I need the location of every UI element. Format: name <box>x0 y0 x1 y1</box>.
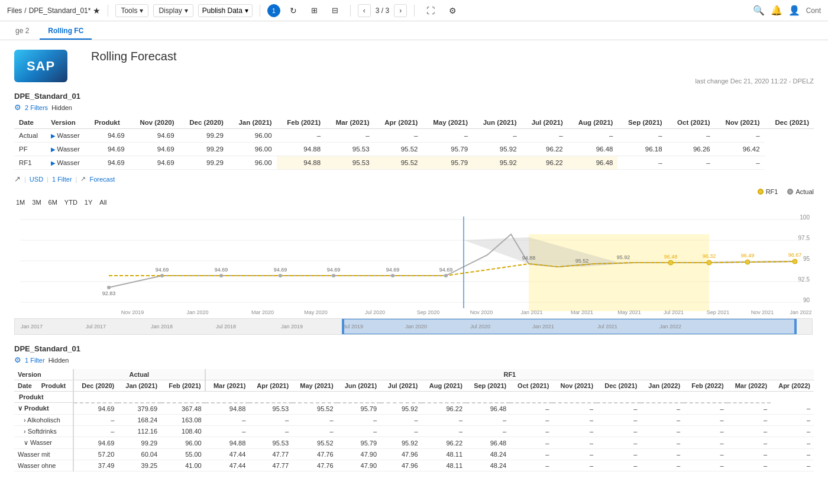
col-produkt: Produkt <box>89 117 129 129</box>
cell2-jul2021-4: 47.96 <box>380 449 421 460</box>
cell-jun2021-0: – <box>422 129 473 143</box>
col2-actual-header: Actual <box>73 369 205 380</box>
time-1m[interactable]: 1M <box>14 198 27 207</box>
cell-dec2020-1: 94.69 <box>130 143 179 156</box>
cell2-mar2022-3: – <box>727 437 771 449</box>
cell-oct2021-0: – <box>617 129 667 143</box>
footer-sep1: | <box>24 176 26 183</box>
cell-nov2020-2: 94.69 <box>89 156 129 170</box>
mini-label-jan21: Jan 2021 <box>532 324 554 329</box>
table-row: ∨ Wasser 94.6999.2996.0094.8895.5395.529… <box>14 437 814 449</box>
cell-mar2021-1: 94.88 <box>277 143 326 156</box>
tab-page2[interactable]: ge 2 <box>7 23 37 40</box>
cell2-apr2021-3: 95.53 <box>249 437 292 449</box>
col2-jan2022: Jan (2022) <box>641 380 684 392</box>
cell2-dec2021-0: – <box>597 403 641 415</box>
time-ytd[interactable]: YTD <box>63 198 79 207</box>
col-aug2021: Aug (2021) <box>568 117 618 129</box>
section2-filters-link[interactable]: 1 Filter <box>25 357 45 364</box>
cell2-sep2021-2: – <box>466 426 510 437</box>
cell-apr2021-1: 95.53 <box>325 143 374 156</box>
section1-footer: ↗ | USD | 1 Filter | ↗ Forecast <box>14 175 814 183</box>
col-nov2020: Nov (2020) <box>130 117 179 129</box>
cell2-aug2021-3: 96.22 <box>422 437 467 449</box>
col2-dec2020: Dec (2020) <box>73 380 118 392</box>
cell2-jan2021-2: 112.16 <box>118 426 161 437</box>
cell2-feb2022-0: – <box>684 403 727 415</box>
cell-may2021-2: 95.52 <box>374 156 423 170</box>
time-6m[interactable]: 6M <box>47 198 59 207</box>
mini-label-jan17: Jan 2017 <box>21 324 43 329</box>
breadcrumb-files[interactable]: Files <box>7 7 22 15</box>
user-icon[interactable]: 👤 <box>788 5 800 16</box>
toolbar-action1[interactable]: ⊞ <box>306 4 322 17</box>
search-icon[interactable]: 🔍 <box>753 5 765 16</box>
cell2-jan2022-0: – <box>641 403 684 415</box>
tools-button[interactable]: Tools ▾ <box>115 4 148 17</box>
svg-text:96.67: 96.67 <box>788 252 802 258</box>
bell-icon[interactable]: 🔔 <box>771 5 782 16</box>
cell-mar2021-2: 94.88 <box>277 156 326 170</box>
cell-feb2021-1: 96.00 <box>228 143 277 156</box>
mini-chart-left-handle[interactable] <box>342 319 344 334</box>
toolbar-action2[interactable]: ⊟ <box>327 4 343 17</box>
cell2-aug2021-0: 96.22 <box>422 403 467 415</box>
refresh-button[interactable]: ↻ <box>285 4 302 17</box>
cell2-apr2021-1: – <box>249 415 292 426</box>
rf1-legend-label: RF1 <box>766 188 778 195</box>
svg-text:Nov 2020: Nov 2020 <box>470 309 493 315</box>
display-button[interactable]: Display ▾ <box>153 4 193 17</box>
cell-version-1: PF <box>14 143 46 156</box>
col-apr2021: Apr (2021) <box>374 117 423 129</box>
footer-usd[interactable]: USD <box>30 176 43 183</box>
mini-chart-right-handle[interactable] <box>794 319 797 334</box>
mini-chart[interactable]: Jan 2017 Jul 2017 Jan 2018 Jul 2018 Jan … <box>14 318 813 335</box>
cell2-may2021-2: – <box>292 426 337 437</box>
pagination: 3 / 3 <box>376 7 389 15</box>
cell2-feb2022-3: – <box>684 437 727 449</box>
col-jul2021: Jul (2021) <box>522 117 568 129</box>
cell2-mar2022-1: – <box>727 415 771 426</box>
next-page[interactable]: › <box>394 4 407 17</box>
time-3m[interactable]: 3M <box>30 198 43 207</box>
prev-page[interactable]: ‹ <box>358 4 371 17</box>
tab-rolling[interactable]: Rolling FC <box>40 23 92 40</box>
time-1y[interactable]: 1Y <box>83 198 94 207</box>
cell2-may2021-0: 95.52 <box>292 403 337 415</box>
star-icon[interactable]: ★ <box>93 6 101 15</box>
cell2-apr2022-1: – <box>771 415 814 426</box>
settings-button[interactable]: ⚙ <box>444 4 461 17</box>
publish-button[interactable]: Publish Data ▾ <box>198 4 253 17</box>
mini-label-jan18: Jan 2018 <box>151 324 173 329</box>
cell-oct2021-1: 96.18 <box>617 143 667 156</box>
fullscreen-button[interactable]: ⛶ <box>422 4 439 17</box>
section2-gear-icon[interactable]: ⚙ <box>14 356 21 364</box>
col-sep2021: Sep (2021) <box>617 117 667 129</box>
actual-dot-4 <box>332 274 335 277</box>
toolbar-right: 🔍 🔔 👤 Cont <box>753 5 821 16</box>
cell-dec2020-0: 94.69 <box>130 129 179 143</box>
mini-label-jul21: Jul 2021 <box>597 324 617 329</box>
cell2-dec2021-1: – <box>597 415 641 426</box>
cell2-feb2021-0: 367.48 <box>161 403 205 415</box>
cell2-dec2020-4: 57.20 <box>73 449 118 460</box>
col2-mar2022: Mar (2022) <box>727 380 771 392</box>
svg-text:94.69: 94.69 <box>386 267 400 273</box>
cell2-aug2021-1: – <box>422 415 467 426</box>
footer-filter[interactable]: 1 Filter <box>52 176 72 183</box>
svg-text:Mar 2020: Mar 2020 <box>251 309 274 315</box>
time-all[interactable]: All <box>98 198 108 207</box>
section1-gear-icon[interactable]: ⚙ <box>14 103 21 112</box>
cell2-jan2021-5: 39.25 <box>118 460 161 471</box>
footer-forecast[interactable]: Forecast <box>89 176 115 183</box>
svg-text:94.69: 94.69 <box>215 267 228 273</box>
cell-mar2021-0: – <box>277 129 326 143</box>
section1-filters-link[interactable]: 2 Filters <box>25 104 48 111</box>
cell2-oct2021-0: – <box>510 403 552 415</box>
col2-rf1-header: RF1 <box>205 369 814 380</box>
mini-label-jul20: Jul 2020 <box>470 324 490 329</box>
footer-sep3: | <box>76 176 77 183</box>
breadcrumb-filename[interactable]: DPE_Standard_01* <box>29 7 91 15</box>
svg-text:Nov 2021: Nov 2021 <box>751 309 774 315</box>
filter-icon-btn[interactable]: 1 <box>267 4 280 17</box>
